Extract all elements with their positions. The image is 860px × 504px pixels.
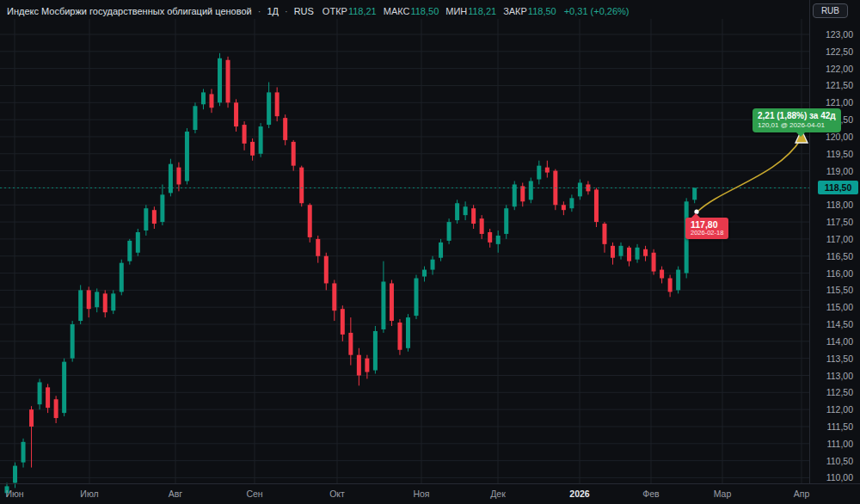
candle-body [365,359,369,372]
projection-target-text: 120,01 @ 2026-04-01 [758,121,836,129]
candle-body [160,194,164,222]
candle-body [185,132,189,181]
candle-body [308,205,312,237]
candle-body [316,239,320,256]
ohlc-item: МИН118,21 [445,6,496,16]
exchange-label: RUS [294,6,314,16]
candle-body [439,243,443,258]
point-date-text: 2026-02-18 [691,230,723,237]
candle-body [668,278,673,292]
price-tick-label: 110,50 [826,455,853,467]
time-tick-label-Ноя: Ноя [413,489,429,499]
candle-body [676,270,680,291]
candle-body [176,168,181,185]
candle-body [54,399,58,418]
price-tick-label: 116,50 [826,250,853,262]
candle-body [332,283,336,310]
price-tick-label: 112,50 [826,386,853,398]
price-tick-label: 120,00 [826,131,853,143]
time-tick-label-2026: 2026 [569,489,589,499]
candle-body [636,248,640,260]
timeframe-label[interactable]: 1Д [267,6,279,16]
price-tick-label: 115,50 [826,284,853,296]
time-tick-label-Дек: Дек [490,489,506,499]
ohlc-value: 118,50 [410,6,439,16]
candle-body [455,203,459,220]
price-tick-label: 122,00 [826,63,853,75]
candle-body [537,166,541,180]
candle-body [562,205,566,210]
price-tick-label: 119,50 [826,148,853,160]
candle-body [243,125,247,144]
candle-body [569,198,574,208]
currency-button[interactable]: RUB [813,3,848,18]
candle-body [283,118,287,140]
candle-body [292,142,296,166]
candle-body [111,293,115,310]
time-tick-label-Июл: Июл [80,489,98,499]
time-tick-label-Июн: Июн [5,489,23,499]
candle-body [627,248,631,261]
candle-body [480,218,484,234]
time-axis[interactable]: ИюнИюлАвгСенОктНояДек2026ФевМарАпр [0,483,860,504]
candle-body [643,249,648,256]
price-tick-label: 119,00 [826,165,853,177]
price-tick-label: 117,50 [826,216,853,228]
candle-body [234,102,238,126]
legend-separator: · [285,6,288,16]
symbol-title[interactable]: Индекс Мосбиржи государственных облигаци… [7,6,252,16]
trading-chart-window: Индекс Мосбиржи государственных облигаци… [0,0,860,504]
candle-body [299,168,304,204]
candle-body [78,290,83,321]
candle-body [415,278,419,316]
price-tick-label: 111,50 [826,421,853,433]
projection-change-text: 2,21 (1,88%) за 42д [758,111,836,121]
ohlc-values: ОТКР118,21МАКС118,50МИН118,21ЗАКР118,50 [322,6,556,16]
candle-body [127,241,132,261]
price-tick-label: 116,00 [826,267,853,280]
price-tick-label: 118,00 [826,199,853,211]
price-tick-label: 110,00 [826,471,853,483]
candle-body [422,270,427,277]
time-tick-label-Авг: Авг [169,489,182,499]
price-tick-label: 122,50 [826,46,853,58]
candle-body [594,189,599,222]
candle-body [545,168,550,173]
candle-body [381,281,385,329]
candle-body [226,60,230,103]
candle-body [324,256,329,284]
time-tick-label-Сен: Сен [246,489,262,499]
candle-body [520,186,525,201]
price-tick-label: 113,00 [826,370,853,382]
ohlc-item: ОТКР118,21 [322,6,377,16]
candle-body [447,222,452,241]
time-tick-label-Апр: Апр [794,489,810,499]
candle-body [431,260,435,270]
price-tick-label: 113,50 [826,353,853,365]
candle-body [397,323,402,350]
price-axis[interactable]: 123,00122,50122,00121,50121,00120,50120,… [809,0,860,483]
point-annotation[interactable]: 117,80 2026-02-18 [685,218,728,239]
ohlc-label: МАКС [384,6,410,16]
candle-body [357,355,361,376]
candle-body [103,293,108,312]
time-tick-label-Окт: Окт [329,489,345,499]
candlestick-chart-canvas[interactable] [0,0,860,504]
price-tick-label: 114,50 [826,318,853,330]
candle-body [29,409,34,427]
ohlc-item: ЗАКР118,50 [503,6,556,16]
candle-body [464,206,468,215]
candle-body [390,283,394,321]
candle-body [259,126,263,154]
projection-annotation[interactable]: 2,21 (1,88%) за 42д 120,01 @ 2026-04-01 [752,108,841,132]
projection-arrow-curve[interactable] [698,139,801,211]
candle-body [348,333,353,355]
candle-body [660,270,664,279]
candle-body [210,94,214,108]
candle-body [275,92,280,116]
candle-body [373,331,378,371]
candle-body [152,210,157,224]
ohlc-value: 118,21 [348,6,377,16]
candle-body [38,382,42,404]
time-tick-label-Мар: Мар [714,489,732,499]
